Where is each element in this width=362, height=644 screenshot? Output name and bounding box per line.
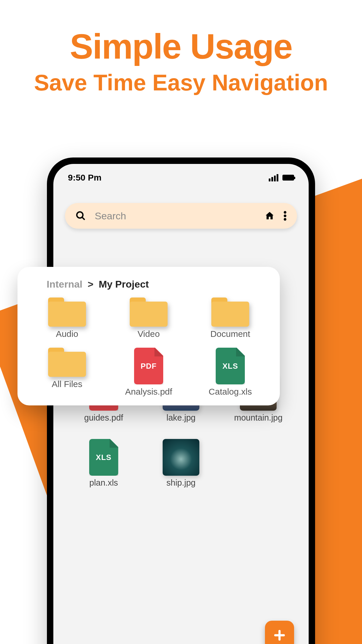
file-label: Analysis.pdf <box>125 387 172 397</box>
breadcrumb-separator: > <box>88 279 94 290</box>
signal-icon <box>269 174 278 181</box>
status-indicators <box>269 174 294 181</box>
pdf-icon: PDF <box>134 348 163 384</box>
add-button[interactable] <box>265 621 294 644</box>
home-icon[interactable] <box>264 211 275 221</box>
folder-label: All Files <box>52 379 82 389</box>
breadcrumb-current[interactable]: My Project <box>99 279 149 290</box>
svg-point-2 <box>284 211 287 214</box>
search-bar[interactable] <box>65 203 297 229</box>
folder-label: Document <box>210 329 250 339</box>
image-thumbnail <box>163 439 199 476</box>
folder-item[interactable]: Audio <box>29 298 105 339</box>
breadcrumb-root[interactable]: Internal <box>47 279 82 290</box>
folder-icon <box>48 348 86 377</box>
xls-icon: XLS <box>89 439 118 476</box>
svg-point-3 <box>284 215 287 217</box>
folder-label: Video <box>138 329 160 339</box>
file-label: ship.jpg <box>166 478 196 488</box>
marketing-headline: Simple Usage Save Time Easy Navigation <box>0 0 362 96</box>
file-item-xls[interactable]: XLS Catalog.xls <box>192 348 268 397</box>
popup-grid: Audio Video Document All Files PDF Analy… <box>29 298 268 397</box>
folder-icon <box>211 298 249 327</box>
file-item-xls[interactable]: XLS plan.xls <box>68 439 139 488</box>
file-item-pdf[interactable]: PDF Analysis.pdf <box>111 348 187 397</box>
file-label: Catalog.xls <box>209 387 252 397</box>
breadcrumb: Internal > My Project <box>47 279 268 290</box>
svg-point-4 <box>284 218 287 221</box>
headline-title: Simple Usage <box>0 26 362 66</box>
file-label: plan.xls <box>89 478 118 488</box>
search-input[interactable] <box>95 210 256 222</box>
svg-line-1 <box>82 217 85 220</box>
plus-icon <box>273 629 286 642</box>
more-icon[interactable] <box>284 211 287 221</box>
svg-point-0 <box>77 212 83 218</box>
file-label: lake.jpg <box>166 413 196 423</box>
search-icon <box>75 211 86 221</box>
file-label: guides.pdf <box>84 413 123 423</box>
xls-icon: XLS <box>216 348 245 384</box>
folder-item[interactable]: All Files <box>29 348 105 397</box>
file-item-image[interactable]: ship.jpg <box>145 439 217 488</box>
folder-label: Audio <box>56 329 78 339</box>
status-time: 9:50 Pm <box>68 173 101 183</box>
folder-item[interactable]: Video <box>111 298 187 339</box>
folder-icon <box>130 298 168 327</box>
status-bar: 9:50 Pm <box>53 164 309 186</box>
battery-icon <box>282 175 294 181</box>
folder-item[interactable]: Document <box>192 298 268 339</box>
folder-icon <box>48 298 86 327</box>
folder-popup: Internal > My Project Audio Video Docume… <box>17 267 280 405</box>
headline-subtitle: Save Time Easy Navigation <box>0 69 362 96</box>
file-label: mountain.jpg <box>234 413 282 423</box>
